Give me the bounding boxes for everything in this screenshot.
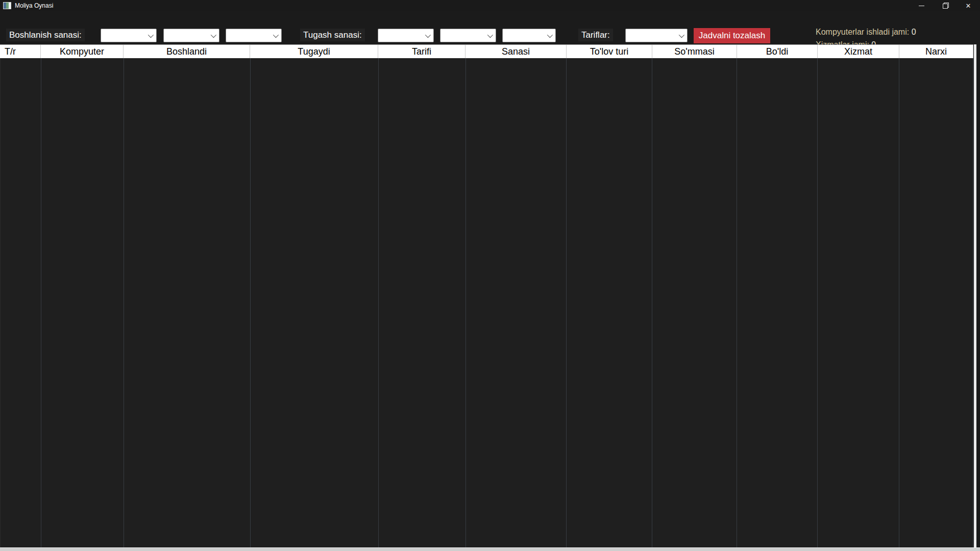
column-header-2[interactable]: Boshlandi (124, 45, 250, 58)
chevron-down-icon (547, 32, 553, 37)
column-header-3[interactable]: Tugaydi (250, 45, 378, 58)
table-column-1 (41, 58, 124, 547)
table-body (0, 58, 973, 547)
column-header-8[interactable]: Bo'ldi (737, 45, 818, 58)
tariff-select[interactable] (625, 29, 688, 42)
column-header-0[interactable]: T/r (0, 45, 41, 58)
clear-table-button[interactable]: Jadvalni tozalash (694, 28, 770, 43)
end-date-day-select[interactable] (378, 29, 434, 42)
minimize-icon (919, 6, 924, 6)
table-column-3 (251, 58, 379, 547)
computers-total-label: Kompyuterlar ishladi jami: (816, 28, 909, 36)
column-header-1[interactable]: Kompyuter (41, 45, 124, 58)
table-column-2 (124, 58, 251, 547)
table-column-6 (567, 58, 652, 547)
table-header-row: T/rKompyuterBoshlandiTugaydiTarifiSanasi… (0, 44, 973, 58)
window-controls: ✕ (910, 0, 980, 11)
chevron-down-icon (679, 32, 684, 37)
end-date-month-select[interactable] (440, 29, 496, 42)
start-date-label: Boshlanish sanasi: (6, 29, 85, 41)
computers-total-value: 0 (912, 28, 916, 36)
titlebar: Moliya Oynasi ✕ (0, 0, 980, 11)
table-column-7 (652, 58, 737, 547)
column-header-5[interactable]: Sanasi (465, 45, 567, 58)
chevron-down-icon (425, 32, 431, 37)
table-column-8 (737, 58, 818, 547)
chevron-down-icon (487, 32, 493, 37)
end-date-label: Tugash sanasi: (300, 29, 365, 41)
maximize-button[interactable] (933, 0, 957, 11)
restore-icon (943, 4, 947, 8)
column-header-7[interactable]: So'mmasi (652, 45, 737, 58)
table-column-5 (466, 58, 567, 547)
vertical-scrollbar[interactable] (974, 44, 976, 547)
table-column-0 (1, 58, 41, 547)
close-button[interactable]: ✕ (957, 0, 980, 11)
window-title: Moliya Oynasi (15, 2, 53, 9)
horizontal-scrollbar[interactable] (0, 547, 980, 551)
end-date-year-select[interactable] (502, 29, 556, 42)
column-header-6[interactable]: To'lov turi (567, 45, 652, 58)
column-header-4[interactable]: Tarifi (378, 45, 465, 58)
chevron-down-icon (273, 32, 279, 37)
app-icon (3, 2, 11, 9)
close-icon: ✕ (966, 3, 971, 9)
chevron-down-icon (148, 32, 154, 37)
start-date-day-select[interactable] (101, 29, 157, 42)
table-column-10 (899, 58, 973, 547)
table-column-9 (818, 58, 899, 547)
toolbar: Boshlanish sanasi: Tugash sanasi: Tarifl… (0, 11, 980, 44)
start-date-month-select[interactable] (163, 29, 219, 42)
start-date-year-select[interactable] (226, 29, 282, 42)
computers-total: Kompyuterlar ishladi jami: 0 (816, 26, 916, 38)
minimize-button[interactable] (910, 0, 933, 11)
table-column-4 (379, 58, 466, 547)
column-header-9[interactable]: Xizmat (818, 45, 899, 58)
column-header-10[interactable]: Narxi (899, 45, 973, 58)
chevron-down-icon (211, 32, 216, 37)
tariffs-label: Tariflar: (578, 29, 613, 41)
